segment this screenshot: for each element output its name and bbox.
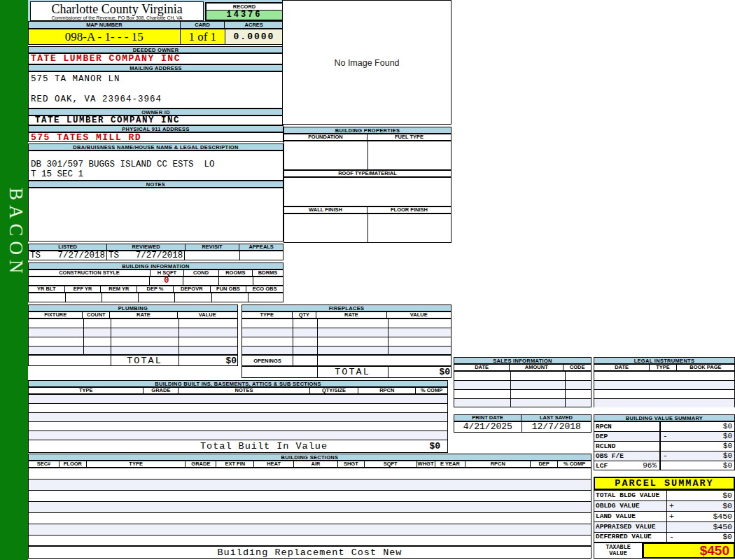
county-title: Charlotte County Virginia	[31, 3, 203, 15]
listed-value[interactable]: TS 7/27/2018	[29, 251, 107, 260]
physical-address-banner: PHYSICAL 911 ADDRESS	[28, 125, 284, 132]
bvs-op	[661, 422, 673, 431]
fireplaces-total-value: $0	[388, 367, 450, 378]
roof-header: ROOF TYPE/MATERIAL	[284, 170, 451, 177]
legal-type-label: TYPE	[650, 365, 677, 370]
column-divider	[388, 319, 388, 354]
building-sections-table[interactable]	[28, 468, 592, 546]
sections-whgt-label: WHGT	[417, 461, 435, 467]
hsqft-value[interactable]: 0	[150, 277, 183, 285]
bvs-value: $0	[673, 451, 734, 461]
table-row	[242, 328, 451, 337]
built-ins-banner: BUILDING BUILT INS, BASEMENTS, ATTICS & …	[28, 380, 448, 387]
fireplaces-rate-label: RATE	[316, 312, 386, 318]
bvs-op	[661, 442, 673, 451]
parcel-label: APPRAISED VALUE	[594, 522, 667, 532]
card-value[interactable]: 1 of 1	[181, 29, 225, 44]
parcel-op	[667, 522, 678, 532]
bvs-op	[661, 461, 673, 470]
table-row	[29, 468, 591, 479]
wall-floor-values[interactable]	[284, 214, 451, 243]
cond-value[interactable]	[183, 277, 218, 285]
construction-header-row: CONSTRUCTION STYLE H SQFT COND ROOMS BDR…	[28, 270, 284, 276]
table-row	[29, 395, 447, 404]
eco-obs-label: ECO OBS	[246, 286, 283, 292]
map-number-value[interactable]: 098-A - 1- - - 15	[29, 29, 181, 44]
sales-header-row: DATE AMOUNT CODE	[454, 364, 592, 371]
physical-address-value[interactable]: 575 TATES MILL RD	[28, 132, 284, 142]
plumbing-rate-label: RATE	[110, 312, 177, 318]
review-value-row: TS 7/27/2018 TS 7/27/2018	[28, 251, 284, 260]
construction-style-label: CONSTRUCTION STYLE	[29, 270, 150, 276]
bvs-op: -	[661, 451, 673, 461]
rem-yr-label: REM YR	[101, 286, 137, 292]
taxable-value-label: TAXABLE VALUE	[601, 545, 636, 557]
sections-dep-label: DEP	[531, 461, 558, 467]
parcel-label: LAND VALUE	[594, 512, 667, 522]
no-image-text: No Image Found	[283, 58, 451, 68]
sales-table[interactable]	[454, 371, 592, 407]
notes-box[interactable]	[28, 188, 284, 241]
fireplaces-type-label: TYPE	[242, 312, 293, 318]
parcel-value: $450	[678, 522, 734, 532]
sidebar: BACON	[0, 0, 28, 560]
building-sections-banner: BUILDING SECTIONS	[28, 454, 592, 461]
table-row	[454, 390, 591, 399]
county-header-box: Charlotte County Virginia Commissioner o…	[30, 1, 204, 21]
parcel-row: TOTAL BLDG VALUE $0	[594, 491, 734, 501]
dep-pct-label: DEP %	[137, 286, 174, 292]
building-sections-header-row: SEC# FLOOR TYPE GRADE EXT FIN HEAT AIR S…	[28, 461, 592, 468]
parcel-row: APPRAISED VALUE $450	[594, 522, 734, 533]
plumbing-banner: PLUMBING	[28, 304, 238, 312]
card-label: CARD	[181, 22, 225, 28]
owner-id-value[interactable]: TATE LUMBER COMPANY INC	[28, 115, 284, 125]
table-row	[242, 346, 451, 355]
revisit-value[interactable]	[185, 251, 239, 260]
column-divider	[178, 319, 179, 354]
bvs-row: RCLND $0	[594, 442, 734, 451]
legal-description-box[interactable]: DB 301/597 BUGGS ISLAND CC ESTS LO T 15 …	[28, 150, 284, 181]
appeals-value[interactable]	[240, 251, 283, 260]
deeded-owner-value[interactable]: TATE LUMBER COMPANY INC	[28, 53, 284, 64]
table-row	[454, 399, 591, 407]
roof-values[interactable]	[284, 177, 451, 206]
parcel-value: $0	[678, 491, 734, 500]
table-row	[594, 381, 734, 390]
plumbing-table[interactable]	[28, 318, 238, 355]
fireplaces-table[interactable]	[241, 318, 451, 355]
taxable-value-box: $450	[643, 542, 735, 559]
mailing-address-box[interactable]: 575 TA MANOR LN RED OAK, VA 23964-3964	[28, 71, 284, 108]
table-row	[29, 502, 591, 513]
bvs-value: $0	[673, 442, 734, 451]
parcel-label: OBLDG VALUE	[594, 501, 667, 511]
construction-style-value[interactable]	[29, 277, 150, 285]
legal-instruments-table[interactable]	[594, 371, 735, 407]
table-row	[29, 479, 591, 491]
wall-floor-header: WALL FINISH FLOOR FINISH	[284, 206, 451, 214]
sections-extfin-label: EXT FIN	[216, 461, 254, 467]
mailing-line2: RED OAK, VA 23964-3964	[31, 94, 162, 104]
table-row	[29, 536, 591, 545]
column-divider	[293, 356, 293, 365]
parcel-value: $450	[678, 512, 734, 522]
built-ins-total-value: $0	[429, 440, 440, 453]
year-value-row[interactable]	[28, 293, 284, 302]
table-row	[242, 337, 451, 346]
legal-header-row: DATE TYPE BOOK PAGE	[594, 364, 735, 371]
parcel-row: DEFERRED VALUE - $0	[594, 533, 734, 542]
reviewed-value[interactable]: TS 7/27/2018	[107, 251, 185, 260]
building-properties-banner: BUILDING PROPERTIES	[284, 127, 451, 134]
built-ins-table[interactable]	[28, 394, 448, 440]
bdrms-value[interactable]	[253, 277, 283, 285]
depovr-label: DEPOVR	[174, 286, 211, 292]
rooms-value[interactable]	[219, 277, 253, 285]
sales-banner: SALES INFORMATION	[454, 357, 592, 364]
table-row	[594, 399, 734, 407]
taxable-value-label-box: TAXABLE VALUE	[594, 542, 643, 559]
floor-finish-label: FLOOR FINISH	[368, 207, 451, 213]
sections-comp-label: % COMP	[558, 461, 591, 467]
foundation-fuel-values[interactable]	[284, 141, 451, 170]
deeded-owner-banner: DEEDED OWNER	[28, 46, 284, 53]
column-divider	[138, 293, 139, 302]
map-number-label: MAP NUMBER	[29, 22, 181, 28]
